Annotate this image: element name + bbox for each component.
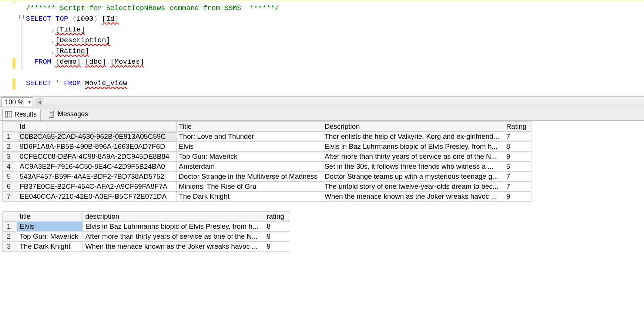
svg-rect-5	[49, 111, 54, 118]
hscroll-left-button[interactable]: ◀	[36, 98, 43, 106]
cell-desc[interactable]: Elvis in Baz Luhrmanns biopic of Elvis P…	[83, 222, 264, 232]
cell-title[interactable]: Thor: Love and Thunder	[177, 132, 322, 142]
cell-id[interactable]: C0B2CA55-2CAD-4630-962B-0E913A05C59C	[17, 132, 177, 142]
col-header-title[interactable]: Title	[177, 122, 322, 132]
change-marker	[13, 2, 16, 3]
cell-rating[interactable]: 9	[504, 192, 531, 202]
table-row[interactable]: 7EE040CCA-7210-42E0-A0EF-B5CF72E071DAThe…	[3, 192, 531, 202]
cell-desc[interactable]: Thor enlists the help of Valkyrie, Korg …	[322, 132, 504, 142]
col-header-id[interactable]: Id	[17, 122, 177, 132]
col-header-rating[interactable]: Rating	[504, 122, 531, 132]
results-tabs: Results Messages	[0, 108, 644, 121]
zoom-value: 100 %	[5, 98, 24, 106]
cell-title[interactable]: Top Gun: Maverick	[17, 232, 83, 242]
cell-id[interactable]: FB37E0CE-B2CF-454C-AFA2-A9CF69FA8F7A	[17, 182, 177, 192]
row-header[interactable]: 5	[3, 172, 17, 182]
cell-rating[interactable]: 7	[504, 182, 531, 192]
editor-status-bar: 100 % ▼ ◀	[0, 96, 644, 108]
row-header[interactable]: 6	[3, 182, 17, 192]
cell-title[interactable]: Doctor Strange in the Multiverse of Madn…	[177, 172, 322, 182]
row-header[interactable]: 3	[3, 242, 17, 252]
cell-rating[interactable]: 5	[504, 162, 531, 172]
corner-cell	[3, 122, 17, 132]
row-header[interactable]: 4	[3, 162, 17, 172]
cell-rating[interactable]: 7	[504, 132, 531, 142]
row-header[interactable]: 1	[3, 222, 17, 232]
row-header[interactable]: 2	[3, 142, 17, 152]
cell-desc[interactable]: Elvis in Baz Luhrmanns biopic of Elvis P…	[322, 142, 504, 152]
cell-rating[interactable]: 9	[504, 152, 531, 162]
cell-rating[interactable]: 9	[264, 242, 290, 252]
row-header[interactable]: 1	[3, 132, 17, 142]
row-header[interactable]: 3	[3, 152, 17, 162]
cell-title[interactable]: Elvis	[177, 142, 322, 152]
cell-title[interactable]: Minions: The Rise of Gru	[177, 182, 322, 192]
cell-id[interactable]: 543AF457-B59F-4A4E-BDF2-7BD738AD5752	[17, 172, 177, 182]
cell-desc[interactable]: Set in the 30s, it follows three friends…	[322, 162, 504, 172]
result-grid-1[interactable]: Id Title Description Rating 1C0B2CA55-2C…	[2, 121, 644, 202]
cell-id[interactable]: 0CFECC08-DBFA-4C98-8A9A-2DC945DE8B84	[17, 152, 177, 162]
cell-desc[interactable]: When the menace known as the Joker wreak…	[322, 192, 504, 202]
table-row[interactable]: 30CFECC08-DBFA-4C98-8A9A-2DC945DE8B84Top…	[3, 152, 531, 162]
cell-id[interactable]: AC9A3E2F-7916-4C50-8E4C-42D9F5B24BA0	[17, 162, 177, 172]
cell-title[interactable]: Amsterdam	[177, 162, 322, 172]
tab-results[interactable]: Results	[2, 109, 41, 120]
row-header[interactable]: 7	[3, 192, 17, 202]
tab-messages[interactable]: Messages	[46, 109, 92, 120]
table-row[interactable]: 3The Dark KnightWhen the menace known as…	[3, 242, 290, 252]
cell-id[interactable]: EE040CCA-7210-42E0-A0EF-B5CF72E071DA	[17, 192, 177, 202]
table-row[interactable]: 4AC9A3E2F-7916-4C50-8E4C-42D9F5B24BA0Ams…	[3, 162, 531, 172]
tab-label: Messages	[58, 110, 88, 118]
change-marker	[13, 58, 16, 68]
results-pane: Id Title Description Rating 1C0B2CA55-2C…	[0, 121, 644, 335]
header-row: Id Title Description Rating	[3, 122, 531, 132]
corner-cell	[3, 212, 17, 222]
table-row[interactable]: 1ElvisElvis in Baz Luhrmanns biopic of E…	[3, 222, 290, 232]
col-header-title[interactable]: title	[17, 212, 83, 222]
cell-desc[interactable]: When the menace known as the Joker wreak…	[83, 242, 264, 252]
table-row[interactable]: 2Top Gun: MaverickAfter more than thirty…	[3, 232, 290, 242]
zoom-combo[interactable]: 100 % ▼	[1, 97, 33, 107]
document-icon	[48, 111, 56, 118]
grid-icon	[5, 111, 12, 118]
cell-title[interactable]: Elvis	[17, 222, 83, 232]
cell-desc[interactable]: After more than thirty years of service …	[83, 232, 264, 242]
change-marker	[13, 78, 16, 90]
cell-rating[interactable]: 8	[504, 142, 531, 152]
cell-desc[interactable]: Doctor Strange teams up with a mysteriou…	[322, 172, 504, 182]
result-grid-2[interactable]: title description rating 1ElvisElvis in …	[2, 211, 644, 252]
row-header[interactable]: 2	[3, 232, 17, 242]
fold-guideline	[21, 19, 21, 70]
cell-desc[interactable]: The untold story of one twelve-year-olds…	[322, 182, 504, 192]
col-header-desc[interactable]: description	[83, 212, 264, 222]
chevron-down-icon[interactable]: ▼	[27, 100, 32, 105]
cell-title[interactable]: Top Gun: Maverick	[177, 152, 322, 162]
cell-title[interactable]: The Dark Knight	[177, 192, 322, 202]
tab-label: Results	[14, 111, 37, 118]
code-text[interactable]: /****** Script for SelectTopNRows comman…	[26, 3, 644, 89]
cell-desc[interactable]: After more than thirty years of service …	[322, 152, 504, 162]
header-row: title description rating	[3, 212, 290, 222]
cell-id[interactable]: 9D6F1A8A-FB5B-490B-896A-1663E0AD7F6D	[17, 142, 177, 152]
cell-rating[interactable]: 8	[264, 222, 290, 232]
table-row[interactable]: 1C0B2CA55-2CAD-4630-962B-0E913A05C59CTho…	[3, 132, 531, 142]
table-row[interactable]: 5543AF457-B59F-4A4E-BDF2-7BD738AD5752Doc…	[3, 172, 531, 182]
cell-rating[interactable]: 7	[504, 172, 531, 182]
cell-title[interactable]: The Dark Knight	[17, 242, 83, 252]
col-header-desc[interactable]: Description	[322, 122, 504, 132]
table-row[interactable]: 29D6F1A8A-FB5B-490B-896A-1663E0AD7F6DElv…	[3, 142, 531, 152]
table-row[interactable]: 6FB37E0CE-B2CF-454C-AFA2-A9CF69FA8F7AMin…	[3, 182, 531, 192]
cell-rating[interactable]: 9	[264, 232, 290, 242]
fold-toggle[interactable]: −	[19, 15, 24, 19]
sql-editor[interactable]: − /****** Script for SelectTopNRows comm…	[0, 0, 644, 96]
col-header-rating[interactable]: rating	[264, 212, 290, 222]
svg-rect-0	[5, 111, 12, 118]
